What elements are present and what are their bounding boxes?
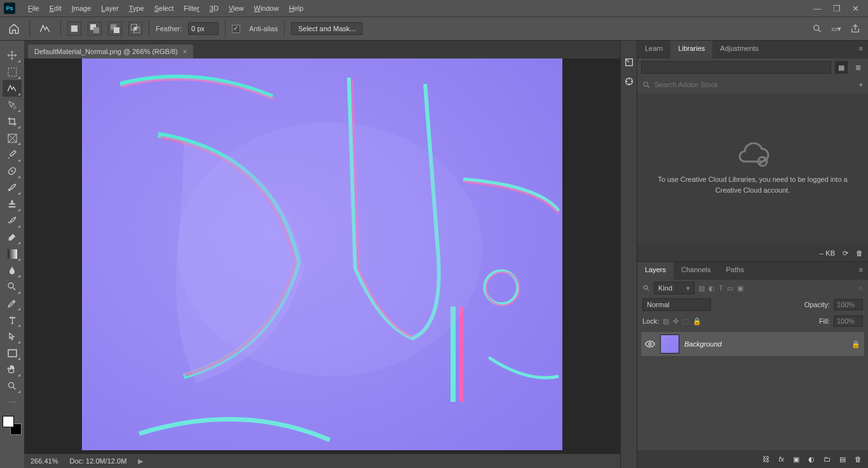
lib-sync-icon[interactable]: ⟳ — [843, 249, 848, 258]
lock-pixels-icon[interactable]: ▨ — [663, 317, 669, 326]
search-icon[interactable] — [812, 24, 822, 34]
zoom-tool[interactable] — [3, 378, 22, 394]
canvas[interactable] — [82, 59, 562, 450]
healing-tool[interactable] — [3, 163, 22, 179]
quick-select-tool[interactable] — [3, 97, 22, 113]
status-flyout-icon[interactable]: ▶ — [138, 457, 143, 465]
menu-window[interactable]: Window — [249, 2, 284, 15]
dodge-tool[interactable] — [3, 279, 22, 295]
eraser-tool[interactable] — [3, 229, 22, 245]
close-icon[interactable]: × — [183, 48, 187, 55]
tab-libraries[interactable]: Libraries — [670, 41, 712, 59]
crop-tool[interactable] — [3, 113, 22, 130]
hand-tool[interactable] — [3, 361, 22, 378]
eyedropper-tool[interactable] — [3, 146, 22, 163]
visibility-icon[interactable] — [645, 340, 655, 348]
lock-all-icon[interactable]: 🔒 — [693, 317, 702, 326]
history-brush-tool[interactable] — [3, 212, 22, 229]
menu-file[interactable]: File — [23, 2, 44, 15]
tab-paths[interactable]: Paths — [719, 262, 752, 280]
menu-image[interactable]: Image — [67, 2, 97, 15]
feather-input[interactable] — [188, 22, 219, 35]
grid-view-icon[interactable]: ▦ — [835, 61, 848, 74]
stock-search-input[interactable] — [654, 81, 855, 88]
opacity-input[interactable] — [834, 299, 863, 310]
layer-name[interactable]: Background — [684, 340, 722, 348]
filter-toggle-icon[interactable]: ○ — [858, 284, 863, 292]
new-selection-icon[interactable] — [67, 22, 81, 36]
filter-search-icon[interactable] — [642, 284, 650, 292]
layer-group-icon[interactable]: 🗀 — [824, 455, 831, 463]
menu-type[interactable]: Type — [124, 2, 149, 15]
panel-menu-icon[interactable]: ≡ — [854, 262, 868, 280]
marquee-tool[interactable] — [3, 64, 22, 80]
tab-learn[interactable]: Learn — [637, 41, 670, 59]
window-restore-icon[interactable]: ❐ — [833, 4, 841, 13]
window-minimize-icon[interactable]: — — [813, 4, 822, 13]
layer-row[interactable]: Background 🔒 — [641, 332, 864, 356]
options-bar: Feather: Anti-alias Select and Mask... ▭… — [0, 17, 868, 41]
tab-channels[interactable]: Channels — [674, 262, 718, 280]
foreground-swatch[interactable] — [3, 416, 14, 427]
subtract-selection-icon[interactable] — [108, 22, 122, 36]
filter-smart-icon[interactable]: ▣ — [737, 284, 743, 292]
color-swatches[interactable] — [3, 416, 22, 435]
current-tool-icon[interactable] — [36, 20, 54, 38]
window-close-icon[interactable]: ✕ — [852, 4, 859, 13]
filter-adjust-icon[interactable]: ◐ — [709, 284, 715, 292]
filter-pixels-icon[interactable]: ▧ — [698, 284, 705, 292]
anti-alias-checkbox[interactable] — [232, 25, 240, 33]
document-tab[interactable]: DefaultMaterial_Normal.png @ 266% (RGB/8… — [28, 45, 193, 59]
add-selection-icon[interactable] — [88, 22, 102, 36]
fill-input[interactable] — [834, 315, 863, 327]
menu-filter[interactable]: Filter — [179, 2, 204, 15]
type-tool[interactable] — [3, 312, 22, 328]
panel-menu-icon[interactable]: ≡ — [854, 41, 868, 59]
properties-panel-icon[interactable] — [624, 76, 634, 86]
lib-trash-icon[interactable]: 🗑 — [856, 249, 863, 257]
lasso-tool[interactable] — [3, 80, 22, 97]
path-select-tool[interactable] — [3, 328, 22, 345]
link-layers-icon[interactable]: ⛓ — [763, 455, 770, 463]
move-tool[interactable] — [3, 47, 22, 64]
menu-select[interactable]: Select — [149, 2, 179, 15]
gradient-tool[interactable] — [3, 245, 22, 262]
home-icon[interactable] — [5, 20, 23, 38]
layer-thumbnail[interactable] — [660, 334, 679, 354]
chevron-down-icon[interactable]: ▾ — [859, 81, 863, 89]
status-doc-info[interactable]: Doc: 12.0M/12.0M — [69, 457, 126, 465]
library-selector[interactable] — [641, 61, 831, 74]
tab-layers[interactable]: Layers — [637, 262, 674, 280]
brush-tool[interactable] — [3, 179, 22, 196]
edit-toolbar-icon[interactable]: ⋯ — [3, 394, 22, 411]
frame-tool[interactable] — [3, 130, 22, 146]
lock-artboard-icon[interactable]: ⬚ — [682, 317, 689, 326]
stamp-tool[interactable] — [3, 196, 22, 212]
layer-style-icon[interactable]: fx — [778, 455, 784, 463]
tab-adjustments[interactable]: Adjustments — [712, 41, 766, 59]
menu-help[interactable]: Help — [284, 2, 309, 15]
share-icon[interactable] — [850, 24, 860, 34]
shape-tool[interactable] — [3, 345, 22, 361]
filter-type-icon[interactable]: T — [719, 284, 723, 292]
intersect-selection-icon[interactable] — [128, 22, 142, 36]
lock-position-icon[interactable]: ✜ — [673, 317, 679, 326]
adjustment-layer-icon[interactable]: ◐ — [808, 455, 815, 464]
workspace-switcher-icon[interactable]: ▭▾ — [831, 25, 841, 33]
history-panel-icon[interactable] — [624, 57, 634, 67]
filter-shape-icon[interactable]: ▭ — [727, 284, 733, 292]
pen-tool[interactable] — [3, 295, 22, 312]
status-zoom[interactable]: 266.41% — [31, 457, 58, 465]
layer-mask-icon[interactable]: ▣ — [793, 455, 799, 464]
new-layer-icon[interactable]: ▤ — [839, 455, 846, 464]
blur-tool[interactable] — [3, 262, 22, 279]
delete-layer-icon[interactable]: 🗑 — [855, 455, 862, 463]
menu-view[interactable]: View — [224, 2, 249, 15]
blend-mode-select[interactable]: Normal — [642, 298, 711, 311]
list-view-icon[interactable]: ≣ — [851, 61, 864, 74]
menu-edit[interactable]: Edit — [44, 2, 67, 15]
menu-layer[interactable]: Layer — [96, 2, 124, 15]
select-and-mask-button[interactable]: Select and Mask... — [291, 22, 363, 35]
filter-kind-select[interactable]: Kind▾ — [654, 282, 695, 294]
menu-3d[interactable]: 3D — [205, 2, 224, 15]
